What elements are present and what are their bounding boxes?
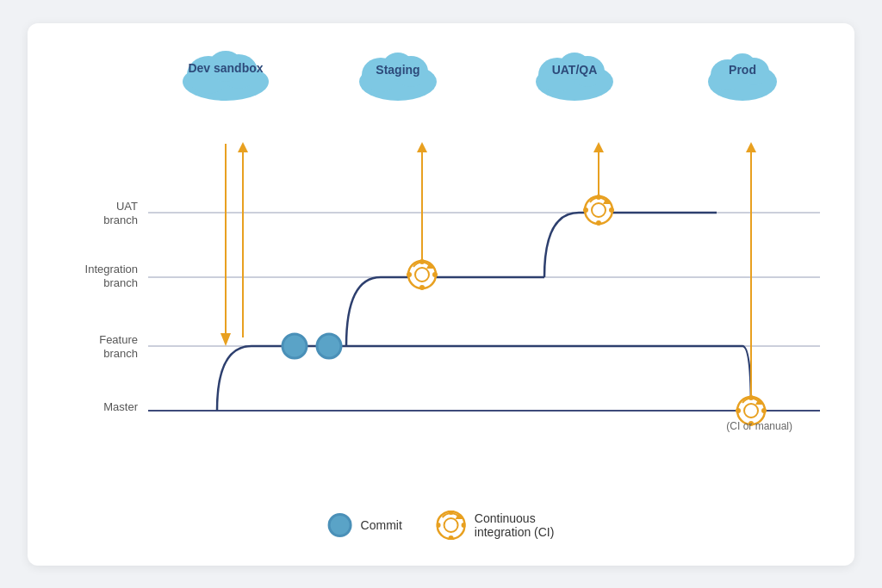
- svg-point-27: [583, 207, 588, 213]
- svg-point-16: [408, 261, 436, 288]
- svg-marker-7: [238, 142, 248, 152]
- svg-point-15: [317, 334, 341, 358]
- legend: Commit Continuousintegration (CI): [328, 511, 555, 540]
- svg-point-14: [283, 334, 307, 358]
- svg-point-34: [736, 408, 741, 413]
- legend-commit-label: Commit: [361, 518, 402, 532]
- svg-point-19: [419, 285, 425, 290]
- cloud-prod-label: Prod: [704, 63, 781, 77]
- cloud-dev-sandbox-label: Dev sandbox: [178, 61, 273, 76]
- cloud-prod: Prod: [704, 47, 781, 101]
- svg-point-35: [761, 408, 767, 413]
- svg-marker-11: [593, 142, 604, 152]
- svg-marker-5: [220, 333, 231, 346]
- master-label: Master: [52, 400, 138, 415]
- legend-ci: Continuousintegration (CI): [437, 511, 555, 540]
- svg-marker-13: [746, 142, 756, 152]
- svg-point-28: [609, 207, 614, 213]
- diagram-container: Dev sandbox Staging UAT/QA: [28, 23, 854, 566]
- legend-ci-icon: [437, 511, 466, 540]
- legend-commit: Commit: [328, 513, 402, 537]
- cloud-dev-sandbox: Dev sandbox: [178, 47, 273, 101]
- integration-branch-label: Integrationbranch: [52, 263, 138, 292]
- svg-point-20: [407, 272, 412, 277]
- ci-manual-label: (CI or manual): [726, 420, 792, 432]
- legend-ci-label: Continuousintegration (CI): [475, 511, 555, 539]
- svg-marker-9: [417, 142, 427, 152]
- diagram-svg: [28, 23, 854, 566]
- svg-point-21: [432, 272, 438, 277]
- feature-branch-label: Featurebranch: [52, 333, 138, 362]
- svg-point-53: [438, 511, 465, 539]
- legend-commit-icon: [328, 513, 352, 537]
- cloud-staging: Staging: [355, 47, 441, 101]
- cloud-staging-label: Staging: [355, 63, 441, 77]
- uat-branch-label: UATbranch: [52, 200, 138, 229]
- cloud-uat-qa-label: UAT/QA: [531, 63, 618, 77]
- svg-point-23: [585, 196, 612, 224]
- svg-point-26: [596, 220, 601, 226]
- cloud-uat-qa: UAT/QA: [531, 47, 618, 101]
